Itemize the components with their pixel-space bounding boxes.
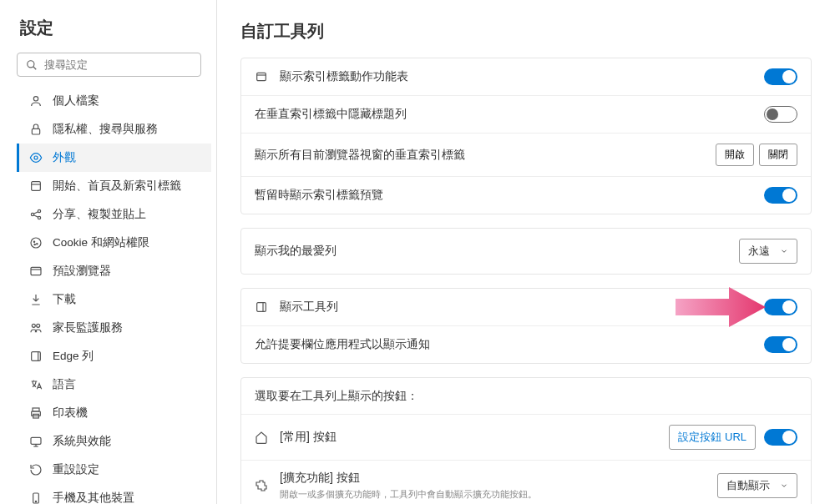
main-title: 自訂工具列: [240, 20, 812, 43]
search-box[interactable]: [17, 53, 201, 77]
sidebar-item-profile[interactable]: 個人檔案: [17, 87, 211, 115]
row-show-toolbar: 顯示工具列: [241, 289, 811, 326]
download-icon: [29, 293, 43, 306]
svg-point-18: [32, 324, 35, 327]
sidebar-item-label: Edge 列: [53, 349, 94, 364]
sidebar-item-downloads[interactable]: 下載: [17, 285, 211, 314]
row-allow-notifications: 允許提要欄位應用程式以顯示通知: [241, 326, 811, 363]
chevron-down-icon: [780, 481, 788, 490]
sidebar-item-privacy[interactable]: 隱私權、搜尋與服務: [17, 115, 211, 144]
row-label: [擴充功能] 按鈕: [280, 471, 717, 486]
svg-rect-5: [32, 182, 41, 191]
sidebar-item-language[interactable]: 語言: [17, 370, 211, 399]
start-icon: [29, 179, 43, 193]
sidebar-item-reset[interactable]: 重設設定: [17, 456, 211, 484]
settings-sidebar: 設定 個人檔案 隱私權、搜尋與服務 外觀 開始、首頁及新索引標籤 分享、複製並貼…: [0, 0, 217, 504]
toggle-allow-notifications[interactable]: [764, 336, 797, 353]
sidebar-item-label: 手機及其他裝置: [53, 491, 134, 504]
sidebar-item-cookies[interactable]: Cookie 和網站權限: [17, 229, 211, 257]
sidebar-item-label: 印表機: [53, 406, 88, 421]
sidebar-item-label: 系統與效能: [53, 434, 111, 449]
svg-point-12: [31, 238, 41, 248]
section-toolbar-buttons: 選取要在工具列上顯示的按鈕： [常用] 按鈕 設定按鈕 URL [擴充功能] 按…: [240, 377, 812, 504]
dropdown-favorites-bar[interactable]: 永遠: [739, 239, 797, 264]
tab-icon: [255, 70, 268, 83]
svg-rect-25: [31, 437, 41, 444]
sidebar-item-printer[interactable]: 印表機: [17, 399, 211, 427]
appearance-icon: [29, 151, 43, 164]
sidebar-item-family[interactable]: 家長監護服務: [17, 314, 211, 342]
row-home-button: [常用] 按鈕 設定按鈕 URL: [241, 415, 811, 461]
row-show-favorites-bar: 顯示我的最愛列 永遠: [241, 229, 811, 274]
language-icon: [29, 378, 43, 391]
browser-icon: [29, 265, 43, 278]
toggle-tab-actions-menu[interactable]: [764, 68, 797, 85]
sidebar-icon: [255, 300, 268, 314]
row-hide-title-vertical: 在垂直索引標籤中隱藏標題列: [241, 96, 811, 134]
home-icon: [255, 431, 268, 444]
toggle-hide-title-vertical[interactable]: [764, 106, 797, 123]
sidebar-title: 設定: [17, 17, 216, 39]
sidebar-item-start[interactable]: 開始、首頁及新索引標籤: [17, 172, 211, 200]
row-label: 顯示索引標籤動作功能表: [280, 69, 764, 84]
svg-point-13: [33, 241, 34, 242]
svg-point-29: [35, 501, 36, 501]
sidebar-item-label: Cookie 和網站權限: [53, 235, 149, 250]
system-icon: [29, 435, 43, 448]
row-tab-actions-menu: 顯示索引標籤動作功能表: [241, 58, 811, 96]
cookie-icon: [29, 236, 43, 249]
row-extensions-button: [擴充功能] 按鈕 開啟一或多個擴充功能時，工具列中會自動顯示擴充功能按鈕。 自…: [241, 461, 811, 504]
sidebar-item-label: 預設瀏覽器: [53, 264, 111, 279]
row-label: 允許提要欄位應用程式以顯示通知: [255, 337, 764, 352]
button-pair: 開啟 關閉: [716, 144, 797, 166]
row-label: 在垂直索引標籤中隱藏標題列: [255, 107, 764, 122]
printer-icon: [29, 406, 43, 420]
row-header-buttons: 選取要在工具列上顯示的按鈕：: [241, 378, 811, 415]
set-button-url-link[interactable]: 設定按鈕 URL: [669, 425, 756, 450]
sidebar-item-share[interactable]: 分享、複製並貼上: [17, 200, 211, 229]
svg-line-11: [33, 215, 38, 218]
sidebar-item-edge-bar[interactable]: Edge 列: [17, 342, 211, 370]
row-text: [擴充功能] 按鈕 開啟一或多個擴充功能時，工具列中會自動顯示擴充功能按鈕。: [280, 471, 717, 501]
sidebar-item-phone[interactable]: 手機及其他裝置: [17, 484, 211, 504]
section-header-label: 選取要在工具列上顯示的按鈕：: [255, 389, 797, 404]
svg-point-0: [28, 60, 34, 67]
sidebar-item-label: 外觀: [53, 150, 76, 165]
toggle-hover-preview[interactable]: [764, 187, 797, 204]
sidebar-item-label: 重設設定: [53, 462, 99, 477]
sidebar-item-label: 個人檔案: [53, 93, 99, 108]
svg-point-19: [37, 324, 40, 327]
sidebar-item-label: 隱私權、搜尋與服務: [53, 122, 158, 137]
sidebar-item-default-browser[interactable]: 預設瀏覽器: [17, 257, 211, 285]
svg-line-1: [33, 66, 37, 69]
svg-line-10: [33, 212, 38, 214]
sidebar-item-system[interactable]: 系統與效能: [17, 427, 211, 456]
btn-turn-on[interactable]: 開啟: [716, 144, 754, 166]
extension-icon: [255, 479, 268, 492]
search-input[interactable]: [44, 58, 192, 71]
toggle-home-button[interactable]: [764, 429, 797, 446]
row-description: 開啟一或多個擴充功能時，工具列中會自動顯示擴充功能按鈕。: [280, 488, 717, 501]
row-hover-preview: 暫留時顯示索引標籤預覽: [241, 177, 811, 214]
sidebar-item-appearance[interactable]: 外觀: [17, 144, 211, 172]
sidebar-nav: 個人檔案 隱私權、搜尋與服務 外觀 開始、首頁及新索引標籤 分享、複製並貼上 C…: [17, 87, 216, 504]
dropdown-extensions[interactable]: 自動顯示: [717, 473, 797, 498]
sidebar-item-label: 下載: [53, 292, 76, 307]
dropdown-value: 永遠: [748, 244, 770, 259]
svg-rect-22: [33, 408, 39, 411]
lock-icon: [29, 123, 43, 136]
reset-icon: [29, 463, 43, 476]
btn-turn-off[interactable]: 關閉: [759, 144, 797, 166]
main-content: 自訂工具列 顯示索引標籤動作功能表 在垂直索引標籤中隱藏標題列 顯示所有目前瀏覽…: [217, 0, 835, 504]
section-favorites-bar: 顯示我的最愛列 永遠: [240, 228, 812, 275]
svg-point-15: [34, 244, 35, 244]
row-label: 暫留時顯示索引標籤預覽: [255, 188, 764, 203]
section-tab-options: 顯示索引標籤動作功能表 在垂直索引標籤中隱藏標題列 顯示所有目前瀏覽器視窗的垂直…: [240, 58, 812, 214]
row-label: [常用] 按鈕: [280, 430, 669, 445]
phone-icon: [29, 491, 43, 504]
sidebar-item-label: 開始、首頁及新索引標籤: [53, 179, 181, 194]
svg-rect-33: [257, 303, 266, 312]
toggle-show-toolbar[interactable]: [764, 299, 797, 315]
svg-point-4: [34, 156, 38, 159]
sidebar-item-label: 分享、複製並貼上: [53, 207, 146, 222]
